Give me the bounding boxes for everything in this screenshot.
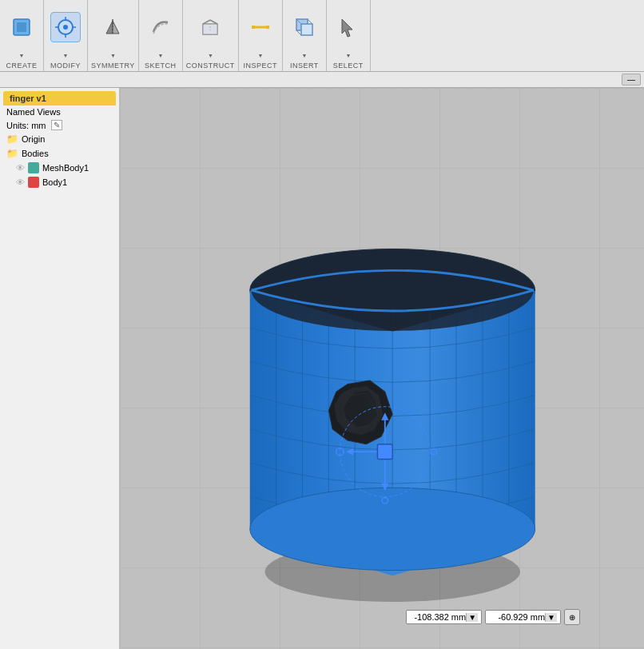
svg-line-20 bbox=[308, 19, 312, 24]
svg-rect-1 bbox=[17, 22, 26, 32]
toolbar-section-create: ▼ CREATE bbox=[0, 0, 44, 71]
origin-item[interactable]: 📁 Origin bbox=[0, 132, 119, 146]
eye-meshbody-icon[interactable]: 👁 bbox=[16, 163, 25, 173]
x-dropdown[interactable]: ▼ bbox=[466, 613, 478, 622]
construct-label: CONSTRUCT bbox=[186, 62, 235, 70]
svg-rect-16 bbox=[266, 26, 269, 29]
svg-point-41 bbox=[252, 249, 534, 330]
create-icon[interactable] bbox=[6, 12, 37, 42]
3d-scene bbox=[160, 128, 644, 649]
collapse-btn[interactable]: — bbox=[622, 74, 641, 86]
left-panel: finger v1 Named Views Units: mm ✎ 📁 Orig… bbox=[0, 88, 120, 649]
select-icon[interactable] bbox=[333, 12, 364, 42]
units-label: Units: mm bbox=[6, 121, 46, 130]
symmetry-label: SYMMETRY bbox=[91, 62, 135, 70]
coord-action-btn[interactable]: ⊕ bbox=[564, 609, 580, 625]
viewport[interactable]: ▼ ▼ ⊕ bbox=[120, 88, 644, 649]
svg-line-21 bbox=[296, 30, 301, 35]
origin-folder-icon: 📁 bbox=[6, 133, 18, 145]
toolbar-section-sketch: ▼ SKETCH bbox=[139, 0, 183, 71]
toolbar-section-modify: ▼ MODIFY bbox=[44, 0, 88, 71]
eye-body1-icon[interactable]: 👁 bbox=[16, 177, 25, 187]
y-dropdown[interactable]: ▼ bbox=[545, 613, 557, 622]
x-coordinate-box[interactable]: ▼ bbox=[406, 610, 482, 624]
bodies-label: Bodies bbox=[22, 149, 49, 158]
svg-rect-48 bbox=[377, 444, 392, 460]
meshbody1-label: MeshBody1 bbox=[42, 163, 89, 173]
bodies-folder-icon: 📁 bbox=[6, 148, 18, 159]
units-edit-btn[interactable]: ✎ bbox=[51, 120, 62, 130]
modify-label: MODIFY bbox=[50, 62, 81, 70]
svg-marker-22 bbox=[342, 19, 352, 37]
svg-rect-10 bbox=[203, 24, 217, 34]
origin-label: Origin bbox=[22, 134, 45, 144]
toolbar-section-select: ▼ SELECT bbox=[327, 0, 371, 71]
x-coordinate-input[interactable] bbox=[410, 612, 466, 622]
select-label: SELECT bbox=[333, 62, 364, 70]
y-coordinate-box[interactable]: ▼ bbox=[485, 610, 561, 624]
meshbody1-item[interactable]: 👁 MeshBody1 bbox=[0, 161, 119, 175]
units-item[interactable]: Units: mm ✎ bbox=[0, 118, 119, 132]
svg-rect-18 bbox=[301, 24, 312, 35]
svg-point-3 bbox=[63, 25, 68, 30]
svg-rect-15 bbox=[252, 26, 255, 29]
named-views-label: Named Views bbox=[6, 107, 61, 117]
bodies-item[interactable]: 📁 Bodies bbox=[0, 146, 119, 161]
modify-icon[interactable] bbox=[50, 12, 81, 42]
create-label: CREATE bbox=[6, 62, 38, 70]
sketch-label: SKETCH bbox=[145, 62, 177, 70]
insert-label: INSERT bbox=[290, 62, 319, 70]
inspect-label: INSPECT bbox=[244, 62, 278, 70]
body1-icon bbox=[28, 177, 39, 188]
toolbar-section-construct: ▼ CONSTRUCT bbox=[183, 0, 239, 71]
insert-icon[interactable] bbox=[289, 12, 320, 42]
symmetry-icon[interactable] bbox=[97, 12, 128, 42]
body1-label: Body1 bbox=[42, 177, 67, 187]
sketch-icon[interactable] bbox=[145, 12, 176, 42]
inspect-icon[interactable] bbox=[245, 12, 276, 42]
document-tab[interactable]: finger v1 bbox=[3, 91, 116, 106]
y-coordinate-input[interactable] bbox=[489, 612, 545, 622]
named-views-item[interactable]: Named Views bbox=[0, 106, 119, 118]
toolbar-section-inspect: ▼ INSPECT bbox=[239, 0, 283, 71]
construct-icon[interactable] bbox=[195, 12, 225, 42]
meshbody-icon bbox=[28, 162, 39, 173]
toolbar-secondary: — bbox=[0, 72, 644, 88]
coordinate-inputs: ▼ ▼ ⊕ bbox=[406, 609, 580, 625]
toolbar-section-insert: ▼ INSERT bbox=[283, 0, 327, 71]
svg-point-37 bbox=[250, 488, 535, 570]
main-toolbar: ▼ CREATE ▼ MODIFY bbox=[0, 0, 644, 72]
main-area: finger v1 Named Views Units: mm ✎ 📁 Orig… bbox=[0, 88, 644, 649]
toolbar-section-symmetry: ▼ SYMMETRY bbox=[88, 0, 139, 71]
coord-icon: ⊕ bbox=[569, 613, 575, 622]
body1-item[interactable]: 👁 Body1 bbox=[0, 175, 119, 189]
